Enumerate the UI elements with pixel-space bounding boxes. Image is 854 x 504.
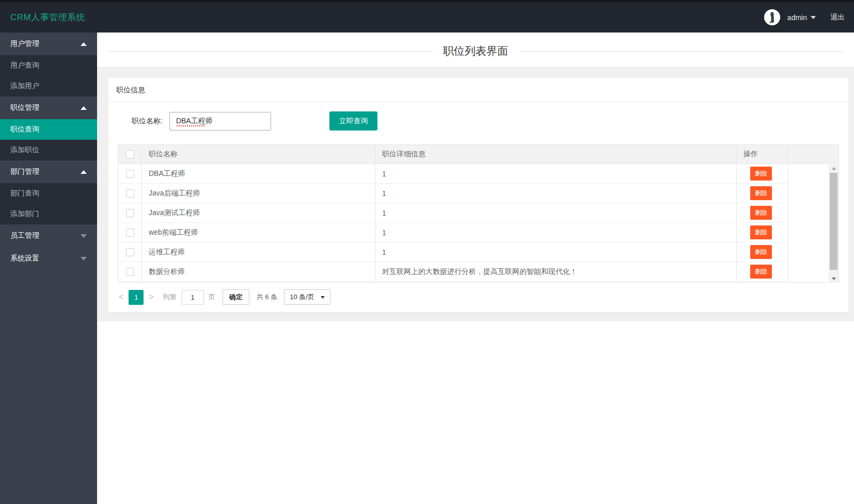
content-area: 职位信息 职位名称: 立即查询 职位名称 职位详细信息 操作	[97, 67, 854, 321]
position-detail: 1	[375, 242, 737, 262]
delete-button[interactable]: 删除	[750, 206, 772, 220]
position-name-input-wrap	[169, 112, 271, 131]
delete-button[interactable]: 删除	[750, 225, 772, 239]
delete-button[interactable]: 删除	[750, 245, 772, 259]
logout-button[interactable]: 退出	[830, 13, 845, 22]
table-header-row: 职位名称 职位详细信息 操作	[118, 145, 839, 164]
position-info-panel: 职位信息 职位名称: 立即查询 职位名称 职位详细信息 操作	[108, 78, 848, 312]
select-all-cell	[118, 145, 142, 164]
position-detail: 1	[375, 223, 737, 242]
search-form: 职位名称: 立即查询	[108, 102, 848, 137]
prev-page-button[interactable]: <	[116, 292, 126, 302]
app-title: CRM人事管理系统	[10, 11, 85, 23]
position-detail: 1	[375, 184, 737, 203]
chevron-up-icon	[81, 42, 87, 46]
position-name-label: 职位名称:	[132, 117, 163, 126]
table-row: 运维工程师 1 删除	[118, 242, 788, 262]
sidebar-group-system-settings[interactable]: 系统设置	[0, 247, 97, 270]
username: admin	[787, 13, 807, 22]
chevron-down-icon	[321, 296, 325, 299]
page-size-select[interactable]: 10 条/页	[284, 289, 330, 305]
sidebar-submenu-user: 用户查询 添加用户	[0, 55, 97, 96]
group-label: 部门管理	[10, 167, 39, 176]
select-all-checkbox[interactable]	[126, 150, 134, 158]
delete-button[interactable]: 删除	[750, 265, 772, 279]
page-size-value: 10 条/页	[290, 292, 314, 302]
main-content: 职位列表界面 职位信息 职位名称: 立即查询 职位名称 职位详细信息 操作	[97, 32, 854, 504]
table-row: Java后端工程师 1 删除	[118, 184, 788, 203]
positions-table: 职位名称 职位详细信息 操作 DBA工程师 1 删除 Java后端工程师	[118, 144, 839, 283]
column-header-filler	[787, 145, 839, 164]
user-avatar[interactable]	[764, 9, 780, 25]
scrollbar-thumb[interactable]	[830, 173, 837, 270]
chevron-down-icon	[81, 257, 87, 261]
page-title: 职位列表界面	[432, 44, 519, 58]
goto-page-input[interactable]	[182, 290, 204, 305]
scroll-down-arrow-icon[interactable]	[829, 275, 839, 283]
sidebar-group-position-management[interactable]: 职位管理	[0, 96, 97, 119]
next-page-button[interactable]: >	[146, 292, 156, 302]
sidebar: 用户管理 用户查询 添加用户 职位管理 职位查询 添加职位 部门管理 部门查询 …	[0, 32, 97, 504]
row-checkbox[interactable]	[126, 170, 134, 178]
sidebar-item-add-user[interactable]: 添加用户	[0, 76, 97, 96]
page-word: 页	[209, 292, 215, 302]
table-row: DBA工程师 1 删除	[118, 164, 788, 184]
sidebar-submenu-department: 部门查询 添加部门	[0, 183, 97, 224]
current-page-button[interactable]: 1	[129, 290, 144, 305]
sidebar-group-employee-management[interactable]: 员工管理	[0, 224, 97, 247]
sidebar-item-position-query[interactable]: 职位查询	[0, 119, 97, 140]
user-menu[interactable]: admin	[787, 13, 816, 22]
group-label: 员工管理	[10, 231, 39, 240]
table-scrollbar[interactable]	[829, 165, 839, 283]
group-label: 用户管理	[10, 39, 39, 48]
goto-label: 到第	[163, 292, 177, 302]
table-row: web前端工程师 1 删除	[118, 223, 788, 242]
position-name: DBA工程师	[142, 164, 375, 183]
position-detail: 1	[375, 203, 737, 222]
sidebar-group-department-management[interactable]: 部门管理	[0, 160, 97, 183]
row-checkbox[interactable]	[126, 229, 134, 237]
page-title-band: 职位列表界面	[97, 32, 854, 67]
position-detail: 对互联网上的大数据进行分析，提高互联网的智能和现代化！	[375, 262, 737, 281]
avatar-figure-icon	[764, 9, 780, 25]
position-name: web前端工程师	[142, 223, 375, 242]
column-header-position-detail: 职位详细信息	[375, 145, 737, 164]
chevron-up-icon	[81, 170, 87, 174]
column-header-actions: 操作	[737, 145, 787, 164]
position-name-input[interactable]	[169, 112, 271, 131]
row-checkbox[interactable]	[126, 268, 134, 276]
panel-title: 职位信息	[108, 78, 848, 102]
sidebar-item-add-department[interactable]: 添加部门	[0, 204, 97, 224]
confirm-page-button[interactable]: 确定	[223, 289, 249, 305]
row-checkbox[interactable]	[126, 248, 134, 256]
sidebar-submenu-position: 职位查询 添加职位	[0, 119, 97, 160]
total-count: 共 6 条	[257, 292, 277, 302]
position-detail: 1	[375, 164, 737, 183]
header-right: admin 退出	[764, 9, 845, 25]
query-button[interactable]: 立即查询	[329, 111, 377, 131]
position-name: Java测试工程师	[142, 203, 375, 222]
position-name: Java后端工程师	[142, 184, 375, 203]
chevron-down-icon	[811, 16, 816, 19]
table-body: DBA工程师 1 删除 Java后端工程师 1 删除 Java测试工程师 1	[118, 164, 839, 282]
table-row: 数据分析师 对互联网上的大数据进行分析，提高互联网的智能和现代化！ 删除	[118, 262, 788, 282]
row-checkbox[interactable]	[126, 209, 134, 217]
sidebar-item-add-position[interactable]: 添加职位	[0, 140, 97, 160]
column-header-position-name: 职位名称	[142, 145, 375, 164]
app-header: CRM人事管理系统 admin 退出	[0, 2, 854, 32]
position-name: 运维工程师	[142, 242, 375, 262]
scroll-up-arrow-icon[interactable]	[829, 165, 839, 172]
table-row: Java测试工程师 1 删除	[118, 203, 788, 223]
sidebar-item-department-query[interactable]: 部门查询	[0, 183, 97, 204]
chevron-up-icon	[81, 106, 87, 110]
row-checkbox[interactable]	[126, 189, 134, 198]
pagination: < 1 > 到第 页 确定 共 6 条 10 条/页	[116, 289, 839, 305]
delete-button[interactable]: 删除	[750, 167, 772, 181]
group-label: 职位管理	[10, 103, 39, 112]
position-name: 数据分析师	[142, 262, 375, 281]
chevron-down-icon	[81, 234, 87, 238]
delete-button[interactable]: 删除	[750, 186, 772, 200]
sidebar-group-user-management[interactable]: 用户管理	[0, 32, 97, 55]
sidebar-item-user-query[interactable]: 用户查询	[0, 55, 97, 76]
group-label: 系统设置	[10, 254, 39, 263]
